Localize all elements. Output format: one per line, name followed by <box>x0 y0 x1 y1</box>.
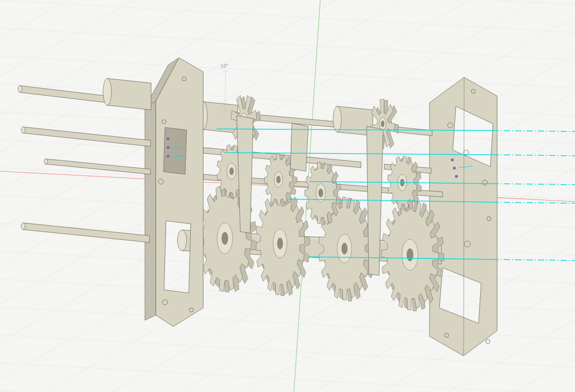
screw-marker[interactable] <box>167 146 170 149</box>
shaft-end-cap <box>18 86 22 92</box>
gear-large-2-bore <box>277 238 283 249</box>
shaft-end-cap <box>21 127 25 133</box>
shaft-end-cap <box>21 223 25 230</box>
viewport-canvas[interactable]: 10° <box>0 0 575 392</box>
screw-marker[interactable] <box>451 158 454 161</box>
input-boss[interactable] <box>107 78 151 110</box>
screw-marker[interactable] <box>453 167 456 170</box>
shaft-end-cap <box>177 230 187 251</box>
boss-end-cap <box>103 78 111 105</box>
escape-wheel-right-bore <box>381 121 384 127</box>
left-plate-slot <box>163 127 187 174</box>
gear-large-4-bore <box>407 249 413 261</box>
gear-mid-bore <box>319 189 323 197</box>
left-plate-side[interactable] <box>145 101 156 320</box>
gear-large-1-bore <box>222 232 228 244</box>
screw-marker[interactable] <box>455 175 458 178</box>
pinion-left-bore <box>229 168 234 175</box>
shaft-end-cap <box>44 159 48 164</box>
mid-bracket[interactable] <box>290 123 308 171</box>
screw-marker[interactable] <box>167 155 170 158</box>
pinion-mid-bore <box>276 176 281 183</box>
screw-marker[interactable] <box>167 137 170 140</box>
cad-viewport[interactable]: 10° <box>0 0 575 392</box>
gear-large-3-bore <box>342 243 348 254</box>
coupler-right-cap <box>333 106 341 132</box>
